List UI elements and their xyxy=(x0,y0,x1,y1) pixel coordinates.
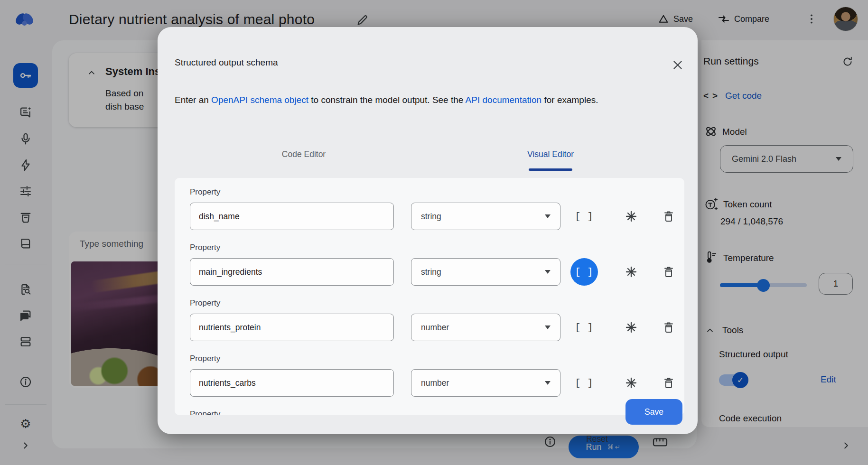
delete-property-trash-icon[interactable] xyxy=(658,206,679,227)
modal-description: Enter an OpenAPI schema object to constr… xyxy=(175,93,683,107)
modal-save-button[interactable]: Save xyxy=(625,399,682,425)
required-asterisk-button[interactable] xyxy=(621,261,642,282)
property-name-input[interactable]: dish_name xyxy=(190,203,394,230)
required-asterisk-button[interactable] xyxy=(621,317,642,338)
property-label: Property xyxy=(190,243,285,252)
structured-output-schema-modal: Structured output schema Enter an OpenAP… xyxy=(158,27,698,434)
required-asterisk-button[interactable] xyxy=(621,372,642,393)
array-toggle-button[interactable]: [ ] xyxy=(570,203,598,230)
array-toggle-button[interactable]: [ ] xyxy=(570,314,598,341)
active-tab-underline xyxy=(529,168,572,171)
openapi-schema-link[interactable]: OpenAPI schema object xyxy=(211,95,308,105)
property-label: Property xyxy=(190,409,285,415)
chevron-down-icon xyxy=(545,214,551,218)
reset-button[interactable]: Reset xyxy=(580,428,614,449)
schema-properties-panel: Property dish_name string [ ] Property m… xyxy=(175,178,684,415)
property-label: Property xyxy=(190,187,285,197)
property-name-input[interactable]: main_ingredients xyxy=(190,258,394,286)
required-asterisk-button[interactable] xyxy=(621,206,642,227)
property-name-input[interactable]: nutrients_carbs xyxy=(190,369,394,397)
chevron-down-icon xyxy=(545,381,551,385)
tab-visual-editor[interactable]: Visual Editor xyxy=(479,149,622,159)
delete-property-trash-icon[interactable] xyxy=(658,372,679,393)
chevron-down-icon xyxy=(545,270,551,274)
modal-title: Structured output schema xyxy=(175,57,278,68)
property-label: Property xyxy=(190,354,285,363)
tab-code-editor[interactable]: Code Editor xyxy=(233,149,375,159)
property-type-select[interactable]: string xyxy=(411,258,560,286)
property-name-input[interactable]: nutrients_protein xyxy=(190,314,394,341)
close-icon[interactable] xyxy=(668,56,687,74)
property-type-select[interactable]: string xyxy=(411,203,560,230)
delete-property-trash-icon[interactable] xyxy=(658,261,679,282)
api-documentation-link[interactable]: API documentation xyxy=(466,95,542,105)
property-type-select[interactable]: number xyxy=(411,369,560,397)
property-type-select[interactable]: number xyxy=(411,314,560,341)
delete-property-trash-icon[interactable] xyxy=(658,317,679,338)
array-toggle-button[interactable]: [ ] xyxy=(570,369,598,397)
property-label: Property xyxy=(190,298,285,308)
chevron-down-icon xyxy=(545,326,551,329)
array-toggle-button-active[interactable]: [ ] xyxy=(570,258,598,286)
